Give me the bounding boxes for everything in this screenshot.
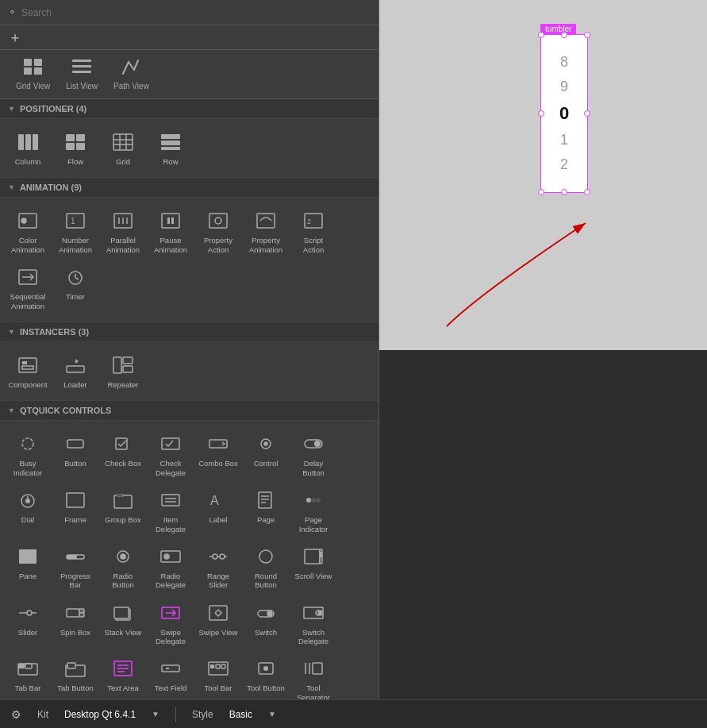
item-slider[interactable]: Slider (5, 596, 51, 651)
item-text-area[interactable]: Text Area (100, 652, 146, 699)
canvas-top[interactable]: tumbler 8 9 0 1 2 (379, 0, 707, 350)
item-tool-button[interactable]: Tool Button (243, 652, 289, 699)
handle-mid-left[interactable] (538, 110, 544, 117)
num-2: 2 (560, 156, 568, 173)
item-dial[interactable]: Dial (5, 483, 51, 538)
handle-bot-mid[interactable] (561, 189, 567, 195)
svg-rect-30 (162, 214, 179, 228)
path-view-button[interactable]: Path View (106, 55, 157, 94)
tumbler-widget: tumbler 8 9 0 1 2 (540, 24, 588, 193)
handle-bot-left[interactable] (538, 189, 544, 195)
item-page[interactable]: Page (243, 483, 289, 538)
item-button[interactable]: Button (52, 427, 98, 482)
section-positioner[interactable]: ▼ POSITIONER (4) (0, 99, 378, 119)
swipe-delegate-icon (156, 601, 185, 625)
item-text-field[interactable]: Text Field (148, 652, 194, 699)
busy-indicator-icon (13, 432, 42, 456)
search-input[interactable] (21, 7, 371, 18)
grid-view-button[interactable]: Grid View (8, 55, 58, 94)
kit-dropdown-arrow[interactable]: ▼ (152, 710, 159, 718)
svg-rect-120 (162, 665, 179, 672)
item-tab-button[interactable]: Tab Button (52, 652, 98, 699)
item-repeater[interactable]: Repeater (100, 349, 146, 394)
handle-bot-right[interactable] (584, 189, 590, 195)
item-delay-button[interactable]: Delay Button (290, 427, 336, 482)
item-property-action[interactable]: Property Action (195, 204, 241, 259)
combo-box-label: Combo Box (198, 459, 238, 468)
handle-mid-right[interactable] (584, 110, 590, 117)
item-flow[interactable]: Flow (52, 125, 98, 171)
handle-top-mid[interactable] (561, 32, 567, 38)
item-round-button[interactable]: Round Button (243, 540, 289, 595)
canvas-bottom[interactable] (379, 350, 707, 700)
item-script-action[interactable]: 2 Script Action (290, 204, 336, 259)
section-instancers[interactable]: ▼ INSTANCERS (3) (0, 322, 378, 342)
item-grid[interactable]: Grid (100, 125, 146, 171)
item-busy-indicator[interactable]: Busy Indicator (5, 427, 51, 482)
style-dropdown-arrow[interactable]: ▼ (268, 710, 276, 718)
sidebar-scroll[interactable]: ▼ POSITIONER (4) Column (0, 99, 378, 699)
item-color-animation[interactable]: Color Animation (5, 204, 51, 259)
item-radio-button[interactable]: Radio Button (100, 540, 146, 595)
animation-arrow-icon: ▼ (8, 183, 15, 191)
item-progress-bar[interactable]: Progress Bar (52, 540, 98, 595)
handle-top-left[interactable] (538, 32, 544, 38)
item-property-animation[interactable]: Property Animation (243, 204, 289, 259)
svg-rect-105 (209, 606, 227, 620)
item-number-animation[interactable]: 1 Number Animation (52, 204, 98, 259)
canvas-area: tumbler 8 9 0 1 2 (379, 0, 707, 699)
positioner-arrow-icon: ▼ (8, 105, 15, 113)
item-column[interactable]: Column (5, 125, 51, 171)
svg-rect-51 (123, 366, 133, 372)
item-group-box[interactable]: GB Group Box (100, 483, 146, 538)
item-stack-view[interactable]: Stack View (100, 596, 146, 651)
script-action-label: Script Action (294, 236, 333, 254)
svg-rect-93 (320, 552, 322, 557)
item-frame[interactable]: Frame (52, 483, 98, 538)
item-switch[interactable]: Switch (243, 596, 289, 651)
item-switch-delegate[interactable]: Switch Delegate (290, 596, 336, 651)
item-sequential-animation[interactable]: Sequential Animation (5, 260, 51, 315)
item-pane[interactable]: Pane (5, 540, 51, 595)
svg-rect-102 (114, 607, 129, 618)
item-timer[interactable]: Timer (52, 260, 98, 315)
item-page-indicator[interactable]: Page Indicator (290, 483, 336, 538)
svg-rect-31 (167, 218, 170, 224)
svg-rect-130 (313, 663, 322, 674)
spin-box-label: Spin Box (60, 628, 90, 637)
item-swipe-delegate[interactable]: Swipe Delegate (148, 596, 194, 651)
add-button[interactable]: ＋ (8, 30, 22, 44)
item-range-slider[interactable]: Range Slider (195, 540, 241, 595)
item-scroll-view[interactable]: Scroll View (290, 540, 336, 595)
timer-label: Timer (66, 292, 85, 301)
list-view-button[interactable]: List View (58, 55, 106, 94)
item-control[interactable]: Control (243, 427, 289, 482)
item-spin-box[interactable]: + - Spin Box (52, 596, 98, 651)
tab-button-icon (61, 657, 90, 680)
section-animation[interactable]: ▼ ANIMATION (9) (0, 178, 378, 198)
item-tool-separator[interactable]: Tool Separator (290, 652, 336, 699)
item-item-delegate[interactable]: Item Delegate (148, 483, 194, 538)
gear-icon[interactable]: ⚙ (11, 708, 21, 721)
item-row[interactable]: Row (148, 125, 194, 171)
item-check-box[interactable]: Check Box (100, 427, 146, 482)
section-qtquick[interactable]: ▼ QTQUICK CONTROLS (0, 401, 378, 421)
item-parallel-animation[interactable]: Parallel Animation (100, 204, 146, 259)
item-tab-bar[interactable]: Tab Bar (5, 652, 51, 699)
item-check-delegate[interactable]: Check Delegate (148, 427, 194, 482)
property-action-icon (204, 209, 232, 233)
handle-top-right[interactable] (584, 32, 590, 38)
item-tool-bar[interactable]: Tool Bar (195, 652, 241, 699)
item-pause-animation[interactable]: Pause Animation (148, 204, 194, 259)
tab-button-label: Tab Button (57, 684, 93, 692)
view-controls: Grid View List View Path (0, 50, 378, 99)
radio-delegate-label: Radio Delegate (151, 572, 190, 590)
item-label[interactable]: A Label (195, 483, 241, 538)
item-swipe-view[interactable]: Swipe View (195, 596, 241, 651)
item-combo-box[interactable]: Combo Box (195, 427, 241, 482)
group-box-label: Group Box (105, 515, 140, 524)
item-component[interactable]: Component (5, 349, 51, 394)
item-radio-delegate[interactable]: Radio Delegate (148, 540, 194, 595)
svg-rect-14 (113, 134, 133, 150)
item-loader[interactable]: Loader (52, 349, 98, 394)
